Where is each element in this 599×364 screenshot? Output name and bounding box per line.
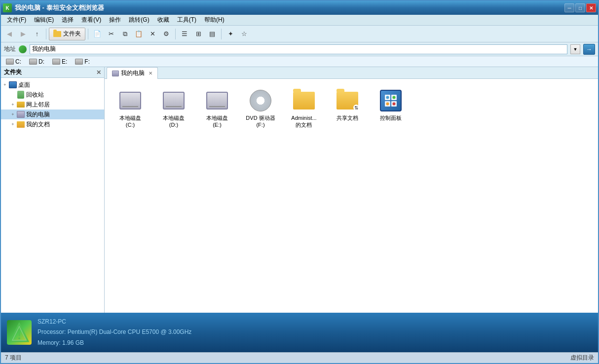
icon-drive-c[interactable]: 本地磁盘(C:) [112, 87, 148, 131]
icon-admin-docs[interactable]: Administ...的文档 [286, 87, 322, 131]
sidebar-title: 文件夹 [4, 68, 22, 76]
content-tab-mycomp[interactable]: 我的电脑 ✕ [107, 67, 158, 79]
status-bar: SZR12-PC Processor: Pentium(R) Dual-Core… [1, 313, 598, 352]
drive-e-label: 本地磁盘(E:) [206, 114, 228, 129]
properties-button[interactable]: ⚙ [160, 28, 173, 40]
view3-button[interactable]: ▤ [206, 28, 219, 40]
drive-f-icon [75, 59, 83, 65]
up-button[interactable]: ↑ [31, 28, 43, 40]
icon-shared-docs[interactable]: 共享文档 [330, 87, 365, 131]
processor-value: Pentium(R) Dual-Core CPU E5700 @ 3.00GHz [68, 328, 192, 335]
view-button[interactable]: ☰ [178, 28, 191, 40]
menu-item[interactable]: 文件(F) [3, 15, 30, 25]
menu-bar: 文件(F)编辑(E)选择查看(V)操作跳转(G)收藏工具(T)帮助(H) [1, 15, 598, 26]
sidebar-item-mycomp[interactable]: + 我的电脑 [1, 109, 104, 119]
address-icon [19, 45, 27, 53]
address-dropdown[interactable]: ▼ [570, 44, 580, 54]
back-button[interactable]: ◀ [3, 28, 16, 40]
expand-icon: + [9, 110, 17, 118]
expand-icon [9, 91, 17, 99]
svg-point-6 [386, 103, 389, 106]
drive-d-img [162, 89, 186, 112]
svg-point-4 [386, 96, 389, 99]
bottom-bar: 7 项目 虚拟目录 [1, 352, 598, 363]
cut-button[interactable]: ✂ [105, 28, 117, 40]
memory-label: Memory: [37, 339, 61, 346]
admin-docs-img [292, 89, 316, 112]
drive-f-label: DVD 驱动器(F:) [246, 114, 275, 129]
drive-d-icon [29, 59, 37, 65]
control-panel-icon [380, 90, 402, 111]
sidebar-item-mydocs[interactable]: + 我的文档 [1, 119, 104, 129]
window-title: 我的电脑 - 泰坦安全文档浏览器 [15, 3, 564, 12]
menu-item[interactable]: 查看(V) [77, 15, 105, 25]
drive-c-label: C: [15, 58, 21, 65]
copy-button[interactable]: ⧉ [118, 28, 131, 40]
expand-icon: + [1, 81, 9, 89]
sidebar-item-recycle[interactable]: 回收站 [1, 90, 104, 100]
network-icon [17, 101, 25, 109]
drive-f-img [249, 89, 272, 112]
menu-item[interactable]: 工具(T) [173, 15, 200, 25]
tree-label-desktop: 桌面 [18, 81, 30, 89]
toolbar-separator-4 [221, 29, 222, 39]
menu-item[interactable]: 帮助(H) [200, 15, 228, 25]
forward-button[interactable]: ▶ [17, 28, 30, 40]
processor-line: Processor: Pentium(R) Dual-Core CPU E570… [37, 327, 191, 338]
processor-label: Processor: [37, 328, 66, 335]
content-scroll: 本地磁盘(C:) 本地磁盘(D:) 本地磁盘(E:) [105, 79, 598, 313]
tab-label: 我的电脑 [121, 69, 145, 77]
star2-button[interactable]: ☆ [238, 28, 251, 40]
drive-e[interactable]: E: [50, 58, 69, 66]
folder-button[interactable]: 文件夹 [49, 28, 85, 40]
drive-e-img [205, 89, 229, 112]
address-go-button[interactable]: → [583, 44, 595, 55]
icon-control-panel[interactable]: 控制面板 [373, 87, 409, 131]
tree-label-recycle: 回收站 [26, 91, 44, 99]
computer-name: SZR12-PC [37, 317, 191, 328]
maximize-button[interactable]: □ [575, 3, 585, 12]
menu-item[interactable]: 收藏 [153, 15, 173, 25]
star1-button[interactable]: ✦ [224, 28, 237, 40]
close-button[interactable]: ✕ [586, 3, 596, 12]
main-area: 文件夹 ✕ + 桌面 [1, 67, 598, 313]
memory-value: 1.96 GB [62, 339, 84, 346]
expand-icon: + [9, 120, 17, 128]
main-window: K 我的电脑 - 泰坦安全文档浏览器 ─ □ ✕ 文件(F)编辑(E)选择查看(… [0, 0, 599, 364]
menu-item[interactable]: 操作 [105, 15, 125, 25]
tab-close-icon[interactable]: ✕ [149, 71, 152, 76]
icon-drive-f[interactable]: DVD 驱动器(F:) [243, 87, 278, 131]
menu-item[interactable]: 跳转(G) [125, 15, 153, 25]
control-panel-img [379, 89, 403, 112]
control-panel-label: 控制面板 [380, 114, 402, 121]
sidebar: 文件夹 ✕ + 桌面 [1, 67, 105, 313]
folder-button-label: 文件夹 [63, 30, 81, 38]
drive-e-icon [52, 59, 60, 65]
paste-button[interactable]: 📋 [132, 28, 145, 40]
address-input[interactable] [30, 44, 567, 54]
menu-item[interactable]: 编辑(E) [30, 15, 58, 25]
sidebar-item-desktop[interactable]: + 桌面 [1, 80, 104, 90]
svg-point-5 [393, 96, 396, 99]
drives-bar: C: D: E: F: [1, 56, 598, 67]
drive-c[interactable]: C: [4, 58, 23, 66]
minimize-button[interactable]: ─ [564, 3, 574, 12]
title-bar: K 我的电脑 - 泰坦安全文档浏览器 ─ □ ✕ [1, 1, 598, 15]
mycomp-icon [17, 110, 25, 118]
status-logo [7, 320, 32, 345]
drive-f-label: F: [84, 58, 90, 65]
icon-drive-e[interactable]: 本地磁盘(E:) [199, 87, 235, 131]
toolbar-separator-2 [88, 29, 88, 39]
svg-point-11 [18, 337, 20, 339]
new-button[interactable]: 📄 [91, 28, 104, 40]
drive-f[interactable]: F: [73, 58, 92, 66]
view2-button[interactable]: ⊞ [192, 28, 205, 40]
sidebar-item-network[interactable]: + 网上邻居 [1, 100, 104, 109]
sidebar-close-button[interactable]: ✕ [96, 69, 101, 76]
address-bar: 地址 ▼ → [1, 42, 598, 56]
icon-drive-d[interactable]: 本地磁盘(D:) [156, 87, 191, 131]
drive-d[interactable]: D: [27, 58, 46, 66]
menu-item[interactable]: 选择 [58, 15, 77, 25]
svg-point-7 [393, 103, 396, 106]
delete-button[interactable]: ✕ [146, 28, 159, 40]
